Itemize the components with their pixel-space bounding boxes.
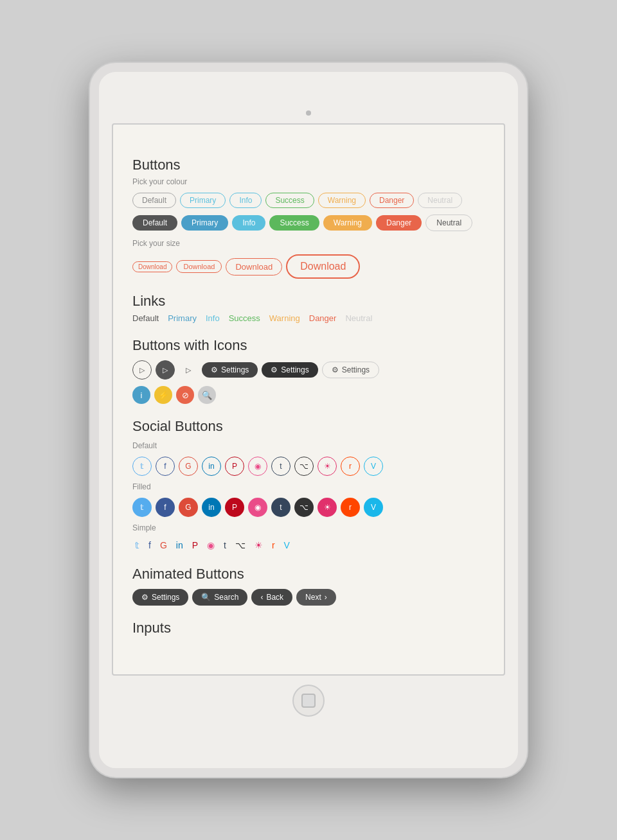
link-danger[interactable]: Danger [309,313,337,323]
btn-outline-primary[interactable]: Primary [180,193,226,208]
link-primary[interactable]: Primary [168,313,197,323]
animated-buttons-row: ⚙ Settings 🔍 Search ‹ Back Next › [132,589,485,606]
btn-size-lg[interactable]: Download [286,254,360,279]
tablet-frame: Buttons Pick your colour Default Primary… [90,63,527,777]
btn-filled-danger[interactable]: Danger [376,215,422,231]
ban-icon: ⊘ [182,390,189,400]
social-vimeo-outline[interactable]: V [364,457,383,476]
anim-btn-next[interactable]: Next › [296,589,336,606]
icon-btn-vimeo-filled[interactable]: ▷ [156,360,175,380]
info-icon: i [141,390,143,400]
social-dribbble-simple[interactable]: ◉ [204,539,217,552]
social-google-outline[interactable]: G [179,457,198,476]
btn-filled-success[interactable]: Success [269,215,319,231]
settings-label: Settings [221,365,249,374]
btn-size-xs[interactable]: Download [132,261,172,272]
vimeo-icon-ghost: ▷ [186,366,191,374]
social-tumblr-simple[interactable]: t [221,539,229,552]
social-linkedin-simple[interactable]: in [174,539,186,552]
social-dribbble-outline[interactable]: ◉ [248,457,267,476]
icon-btn-yellow[interactable]: ⚡ [154,386,172,404]
anim-btn-settings[interactable]: ⚙ Settings [132,589,188,606]
social-facebook-outline[interactable]: f [156,457,175,476]
icon-btn-settings-dark[interactable]: ⚙ Settings [202,362,258,378]
social-instagram-filled[interactable]: ☀ [317,498,337,517]
btn-filled-primary[interactable]: Primary [181,215,228,231]
gear-icon-anim: ⚙ [141,593,148,602]
btn-filled-warning[interactable]: Warning [323,215,372,231]
btn-filled-neutral[interactable]: Neutral [425,214,472,231]
tablet-home-inner [301,694,316,708]
social-default-row: 𝕥 f G in P ◉ t ⌥ ☀ r V [132,457,485,476]
links-row: Default Primary Info Success Warning Dan… [132,313,485,323]
btn-outline-success[interactable]: Success [265,193,314,208]
social-facebook-simple[interactable]: f [146,539,154,552]
tablet-screen: Buttons Pick your colour Default Primary… [112,123,505,676]
icon-btn-red[interactable]: ⊘ [176,386,194,404]
social-filled-row: 𝕥 f G in P ◉ t ⌥ ☀ r V [132,498,485,517]
vimeo-icon-filled: ▷ [163,366,168,374]
btn-outline-neutral[interactable]: Neutral [418,193,462,208]
social-facebook-filled[interactable]: f [156,498,175,517]
social-google-simple[interactable]: G [157,539,170,552]
btn-size-md[interactable]: Download [226,258,282,276]
btn-size-sm[interactable]: Download [176,260,222,273]
social-simple-row: 𝕥 f G in P ◉ t ⌥ ☀ r V [132,539,485,552]
tablet-home-button[interactable] [292,685,325,717]
icon-btn-gray[interactable]: 🔍 [198,386,216,404]
btn-outline-danger[interactable]: Danger [370,193,414,208]
social-twitter-simple[interactable]: 𝕥 [132,539,142,552]
anim-next-label: Next [305,593,321,602]
link-warning[interactable]: Warning [269,313,300,323]
tablet-camera [306,110,311,116]
link-default[interactable]: Default [132,313,159,323]
social-vimeo-simple[interactable]: V [282,539,292,552]
social-reddit-filled[interactable]: r [341,498,360,517]
social-pinterest-filled[interactable]: P [225,498,244,517]
social-buttons-section: Social Buttons Default 𝕥 f G in P ◉ t ⌥ … [132,418,485,552]
social-github-simple[interactable]: ⌥ [233,539,248,552]
anim-back-label: Back [266,593,283,602]
icon-btn-vimeo-outline1[interactable]: ▷ [132,360,152,380]
search-icon-anim: 🔍 [201,593,211,602]
icon-btn-settings-filled[interactable]: ⚙ Settings [262,362,317,378]
link-neutral[interactable]: Neutral [345,313,372,323]
social-twitter-filled[interactable]: 𝕥 [132,498,152,517]
social-github-outline[interactable]: ⌥ [294,457,314,476]
social-reddit-simple[interactable]: r [269,539,278,552]
size-label: Pick your size [132,239,485,248]
social-dribbble-filled[interactable]: ◉ [248,498,267,517]
btn-outline-default[interactable]: Default [132,193,176,208]
anim-btn-back[interactable]: ‹ Back [251,589,292,606]
vimeo-icon: ▷ [139,366,145,374]
social-linkedin-filled[interactable]: in [202,498,221,517]
filled-buttons-row: Default Primary Info Success Warning Dan… [132,214,485,231]
social-google-filled[interactable]: G [179,498,198,517]
social-pinterest-simple[interactable]: P [190,539,201,552]
gear-icon: ⚙ [211,365,218,374]
social-vimeo-filled[interactable]: V [364,498,383,517]
btn-filled-default[interactable]: Default [132,215,177,231]
social-simple-label: Simple [132,523,485,532]
social-reddit-outline[interactable]: r [341,457,360,476]
social-instagram-simple[interactable]: ☀ [252,539,265,552]
link-success[interactable]: Success [229,313,260,323]
social-twitter-outline[interactable]: 𝕥 [132,457,152,476]
anim-btn-search[interactable]: 🔍 Search [192,589,247,606]
social-pinterest-outline[interactable]: P [225,457,244,476]
link-info[interactable]: Info [206,313,220,323]
icon-btn-vimeo-ghost[interactable]: ▷ [179,360,198,380]
social-github-filled[interactable]: ⌥ [294,498,314,517]
icon-btn-blue[interactable]: i [132,386,150,404]
btn-outline-warning[interactable]: Warning [318,193,366,208]
social-linkedin-outline[interactable]: in [202,457,221,476]
social-instagram-outline[interactable]: ☀ [317,457,337,476]
social-tumblr-filled[interactable]: t [271,498,291,517]
anim-search-label: Search [214,593,238,602]
social-tumblr-outline[interactable]: t [271,457,291,476]
btn-filled-info[interactable]: Info [232,215,265,231]
icon-btn-settings-ghost[interactable]: ⚙ Settings [322,362,379,378]
icon-buttons-title: Buttons with Icons [132,337,485,354]
lightning-icon: ⚡ [158,390,168,400]
btn-outline-info[interactable]: Info [229,193,262,208]
